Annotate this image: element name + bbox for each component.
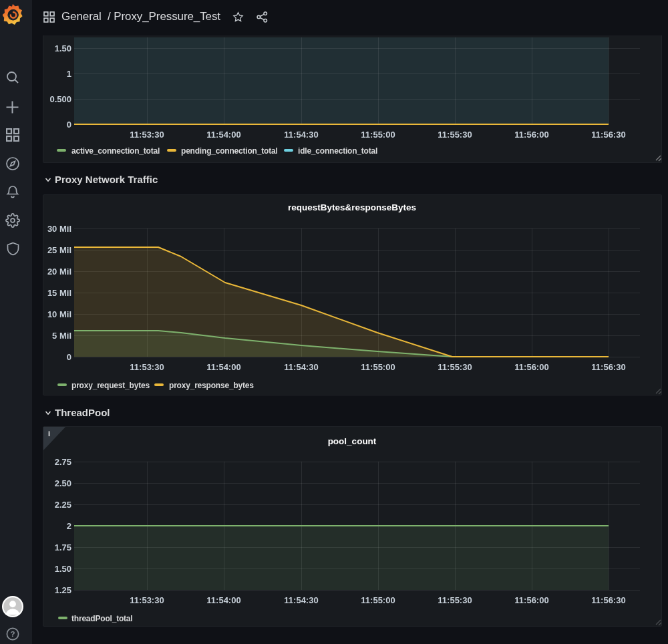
- svg-text:11:53:30: 11:53:30: [130, 130, 164, 140]
- svg-text:11:53:30: 11:53:30: [130, 362, 164, 372]
- svg-text:11:56:00: 11:56:00: [514, 362, 548, 372]
- svg-text:11:56:00: 11:56:00: [514, 130, 548, 140]
- svg-text:25 Mil: 25 Mil: [47, 245, 71, 255]
- svg-text:11:55:30: 11:55:30: [438, 362, 472, 372]
- svg-text:30 Mil: 30 Mil: [47, 224, 71, 234]
- svg-text:1.50: 1.50: [55, 564, 71, 574]
- svg-text:20 Mil: 20 Mil: [47, 267, 71, 277]
- svg-text:11:55:00: 11:55:00: [361, 362, 395, 372]
- svg-text:11:53:30: 11:53:30: [130, 595, 164, 605]
- svg-text:11:55:00: 11:55:00: [361, 595, 395, 605]
- svg-text:proxy_response_bytes: proxy_response_bytes: [169, 381, 254, 390]
- svg-text:10 Mil: 10 Mil: [47, 309, 71, 319]
- svg-text:i: i: [48, 430, 50, 438]
- svg-text:2.25: 2.25: [55, 500, 71, 510]
- svg-text:2: 2: [67, 521, 71, 531]
- svg-text:2.75: 2.75: [55, 457, 71, 467]
- svg-text:5 Mil: 5 Mil: [52, 331, 71, 341]
- svg-text:11:54:30: 11:54:30: [284, 595, 318, 605]
- svg-text:11:54:00: 11:54:00: [206, 595, 240, 605]
- svg-text:2.50: 2.50: [55, 478, 71, 488]
- svg-text:11:54:30: 11:54:30: [284, 362, 318, 372]
- svg-text:1.25: 1.25: [55, 585, 71, 595]
- svg-text:11:55:30: 11:55:30: [438, 130, 472, 140]
- svg-text:11:54:00: 11:54:00: [206, 130, 240, 140]
- svg-text:0: 0: [67, 352, 71, 362]
- svg-text:proxy_request_bytes: proxy_request_bytes: [71, 381, 150, 390]
- svg-text:?: ?: [10, 630, 15, 638]
- svg-text:1: 1: [67, 69, 71, 79]
- svg-text:11:56:00: 11:56:00: [514, 595, 548, 605]
- svg-text:0.500: 0.500: [49, 94, 71, 104]
- svg-text:11:54:00: 11:54:00: [206, 362, 240, 372]
- svg-text:11:56:30: 11:56:30: [591, 130, 625, 140]
- svg-text:1.75: 1.75: [55, 542, 71, 552]
- svg-text:requestBytes&responseBytes: requestBytes&responseBytes: [288, 202, 416, 212]
- svg-text:active_connection_total: active_connection_total: [71, 146, 160, 156]
- svg-text:11:54:30: 11:54:30: [284, 130, 318, 140]
- svg-text:11:55:30: 11:55:30: [438, 595, 472, 605]
- svg-text:idle_connection_total: idle_connection_total: [298, 146, 377, 156]
- svg-text:pending_connection_total: pending_connection_total: [181, 146, 278, 156]
- svg-text:11:56:30: 11:56:30: [591, 362, 625, 372]
- svg-text:threadPool_total: threadPool_total: [71, 614, 132, 623]
- svg-text:11:56:30: 11:56:30: [591, 595, 625, 605]
- svg-text:15 Mil: 15 Mil: [47, 288, 71, 298]
- svg-text:1.50: 1.50: [55, 43, 71, 53]
- svg-text:0: 0: [67, 120, 71, 130]
- svg-text:pool_count: pool_count: [328, 436, 377, 446]
- svg-text:11:55:00: 11:55:00: [361, 130, 395, 140]
